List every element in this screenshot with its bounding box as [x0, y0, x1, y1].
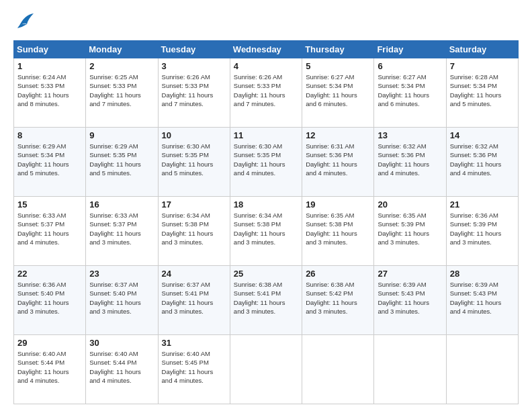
calendar-cell	[446, 335, 518, 404]
calendar-cell: 19 Sunrise: 6:35 AMSunset: 5:38 PMDaylig…	[302, 197, 374, 266]
calendar-cell: 29 Sunrise: 6:40 AMSunset: 5:44 PMDaylig…	[14, 335, 86, 404]
day-info: Sunrise: 6:25 AMSunset: 5:33 PMDaylight:…	[89, 73, 154, 108]
day-info: Sunrise: 6:32 AMSunset: 5:36 PMDaylight:…	[450, 142, 515, 177]
day-number: 8	[17, 130, 82, 140]
calendar-cell: 1 Sunrise: 6:24 AMSunset: 5:33 PMDayligh…	[14, 58, 86, 128]
calendar-cell: 9 Sunrise: 6:29 AMSunset: 5:35 PMDayligh…	[86, 128, 158, 197]
day-info: Sunrise: 6:33 AMSunset: 5:37 PMDaylight:…	[17, 211, 82, 246]
calendar-cell: 2 Sunrise: 6:25 AMSunset: 5:33 PMDayligh…	[86, 58, 158, 128]
day-number: 21	[450, 199, 515, 210]
calendar-week-1: 1 Sunrise: 6:24 AMSunset: 5:33 PMDayligh…	[14, 58, 519, 128]
day-info: Sunrise: 6:26 AMSunset: 5:33 PMDaylight:…	[162, 73, 226, 108]
day-number: 7	[450, 61, 515, 71]
calendar-cell: 7 Sunrise: 6:28 AMSunset: 5:34 PMDayligh…	[446, 58, 518, 128]
day-number: 3	[162, 61, 226, 71]
day-number: 30	[89, 338, 154, 348]
day-number: 22	[17, 269, 82, 279]
day-number: 20	[378, 199, 442, 210]
calendar-cell: 12 Sunrise: 6:31 AMSunset: 5:36 PMDaylig…	[302, 128, 374, 197]
day-number: 16	[89, 199, 154, 210]
calendar-cell: 27 Sunrise: 6:39 AMSunset: 5:43 PMDaylig…	[374, 266, 446, 335]
calendar-week-2: 8 Sunrise: 6:29 AMSunset: 5:34 PMDayligh…	[14, 128, 519, 197]
calendar-header-row: SundayMondayTuesdayWednesdayThursdayFrid…	[14, 41, 519, 58]
calendar-cell: 6 Sunrise: 6:27 AMSunset: 5:34 PMDayligh…	[374, 58, 446, 128]
calendar-cell: 22 Sunrise: 6:36 AMSunset: 5:40 PMDaylig…	[14, 266, 86, 335]
calendar-cell	[374, 335, 446, 404]
day-number: 17	[162, 199, 226, 210]
calendar-cell: 11 Sunrise: 6:30 AMSunset: 5:35 PMDaylig…	[230, 128, 302, 197]
calendar-cell: 26 Sunrise: 6:38 AMSunset: 5:42 PMDaylig…	[302, 266, 374, 335]
day-info: Sunrise: 6:40 AMSunset: 5:45 PMDaylight:…	[162, 349, 226, 385]
calendar-cell	[230, 335, 302, 404]
day-number: 1	[17, 61, 82, 71]
logo-bird-icon	[13, 12, 35, 34]
day-info: Sunrise: 6:31 AMSunset: 5:36 PMDaylight:…	[306, 142, 370, 177]
day-info: Sunrise: 6:27 AMSunset: 5:34 PMDaylight:…	[306, 73, 370, 108]
calendar-cell: 13 Sunrise: 6:32 AMSunset: 5:36 PMDaylig…	[374, 128, 446, 197]
day-number: 2	[89, 61, 154, 71]
header	[13, 12, 519, 34]
day-info: Sunrise: 6:30 AMSunset: 5:35 PMDaylight:…	[162, 142, 226, 177]
day-number: 6	[378, 61, 442, 71]
calendar-cell: 24 Sunrise: 6:37 AMSunset: 5:41 PMDaylig…	[158, 266, 230, 335]
day-number: 10	[162, 130, 226, 140]
day-info: Sunrise: 6:29 AMSunset: 5:35 PMDaylight:…	[89, 142, 154, 177]
day-info: Sunrise: 6:32 AMSunset: 5:36 PMDaylight:…	[378, 142, 442, 177]
calendar-table: SundayMondayTuesdayWednesdayThursdayFrid…	[13, 40, 519, 404]
day-info: Sunrise: 6:33 AMSunset: 5:37 PMDaylight:…	[89, 211, 154, 246]
page: SundayMondayTuesdayWednesdayThursdayFrid…	[0, 0, 532, 411]
day-info: Sunrise: 6:38 AMSunset: 5:42 PMDaylight:…	[306, 280, 370, 316]
day-number: 5	[306, 61, 370, 71]
day-number: 26	[306, 269, 370, 279]
day-info: Sunrise: 6:35 AMSunset: 5:38 PMDaylight:…	[306, 211, 370, 246]
calendar-cell: 15 Sunrise: 6:33 AMSunset: 5:37 PMDaylig…	[14, 197, 86, 266]
calendar-cell: 20 Sunrise: 6:35 AMSunset: 5:39 PMDaylig…	[374, 197, 446, 266]
calendar-cell: 31 Sunrise: 6:40 AMSunset: 5:45 PMDaylig…	[158, 335, 230, 404]
day-number: 19	[306, 199, 370, 210]
calendar-cell: 25 Sunrise: 6:38 AMSunset: 5:41 PMDaylig…	[230, 266, 302, 335]
calendar-cell: 14 Sunrise: 6:32 AMSunset: 5:36 PMDaylig…	[446, 128, 518, 197]
calendar-header-saturday: Saturday	[446, 41, 518, 58]
day-info: Sunrise: 6:34 AMSunset: 5:38 PMDaylight:…	[162, 211, 226, 246]
day-number: 31	[162, 338, 226, 348]
day-info: Sunrise: 6:37 AMSunset: 5:41 PMDaylight:…	[162, 280, 226, 316]
day-info: Sunrise: 6:39 AMSunset: 5:43 PMDaylight:…	[378, 280, 442, 316]
day-number: 29	[17, 338, 82, 348]
calendar-header-tuesday: Tuesday	[158, 41, 230, 58]
calendar-cell: 16 Sunrise: 6:33 AMSunset: 5:37 PMDaylig…	[86, 197, 158, 266]
calendar-week-4: 22 Sunrise: 6:36 AMSunset: 5:40 PMDaylig…	[14, 266, 519, 335]
day-info: Sunrise: 6:29 AMSunset: 5:34 PMDaylight:…	[17, 142, 82, 177]
calendar-header-thursday: Thursday	[302, 41, 374, 58]
day-info: Sunrise: 6:35 AMSunset: 5:39 PMDaylight:…	[378, 211, 442, 246]
day-number: 24	[162, 269, 226, 279]
calendar-cell: 23 Sunrise: 6:37 AMSunset: 5:40 PMDaylig…	[86, 266, 158, 335]
calendar-header-monday: Monday	[86, 41, 158, 58]
day-info: Sunrise: 6:39 AMSunset: 5:43 PMDaylight:…	[450, 280, 515, 316]
day-info: Sunrise: 6:36 AMSunset: 5:40 PMDaylight:…	[17, 280, 82, 316]
calendar-cell: 5 Sunrise: 6:27 AMSunset: 5:34 PMDayligh…	[302, 58, 374, 128]
day-number: 18	[234, 199, 298, 210]
day-number: 15	[17, 199, 82, 210]
day-number: 4	[234, 61, 298, 71]
day-info: Sunrise: 6:30 AMSunset: 5:35 PMDaylight:…	[234, 142, 298, 177]
day-info: Sunrise: 6:28 AMSunset: 5:34 PMDaylight:…	[450, 73, 515, 108]
day-number: 11	[234, 130, 298, 140]
calendar-cell: 18 Sunrise: 6:34 AMSunset: 5:38 PMDaylig…	[230, 197, 302, 266]
day-info: Sunrise: 6:38 AMSunset: 5:41 PMDaylight:…	[234, 280, 298, 316]
day-info: Sunrise: 6:26 AMSunset: 5:33 PMDaylight:…	[234, 73, 298, 108]
day-number: 27	[378, 269, 442, 279]
calendar-cell: 17 Sunrise: 6:34 AMSunset: 5:38 PMDaylig…	[158, 197, 230, 266]
calendar-cell: 21 Sunrise: 6:36 AMSunset: 5:39 PMDaylig…	[446, 197, 518, 266]
day-info: Sunrise: 6:24 AMSunset: 5:33 PMDaylight:…	[17, 73, 82, 108]
calendar-cell: 3 Sunrise: 6:26 AMSunset: 5:33 PMDayligh…	[158, 58, 230, 128]
calendar-cell: 4 Sunrise: 6:26 AMSunset: 5:33 PMDayligh…	[230, 58, 302, 128]
calendar-cell: 10 Sunrise: 6:30 AMSunset: 5:35 PMDaylig…	[158, 128, 230, 197]
day-info: Sunrise: 6:27 AMSunset: 5:34 PMDaylight:…	[378, 73, 442, 108]
calendar-week-5: 29 Sunrise: 6:40 AMSunset: 5:44 PMDaylig…	[14, 335, 519, 404]
day-number: 14	[450, 130, 515, 140]
calendar-header-sunday: Sunday	[14, 41, 86, 58]
calendar-cell: 28 Sunrise: 6:39 AMSunset: 5:43 PMDaylig…	[446, 266, 518, 335]
day-number: 9	[89, 130, 154, 140]
calendar-header-wednesday: Wednesday	[230, 41, 302, 58]
day-number: 25	[234, 269, 298, 279]
